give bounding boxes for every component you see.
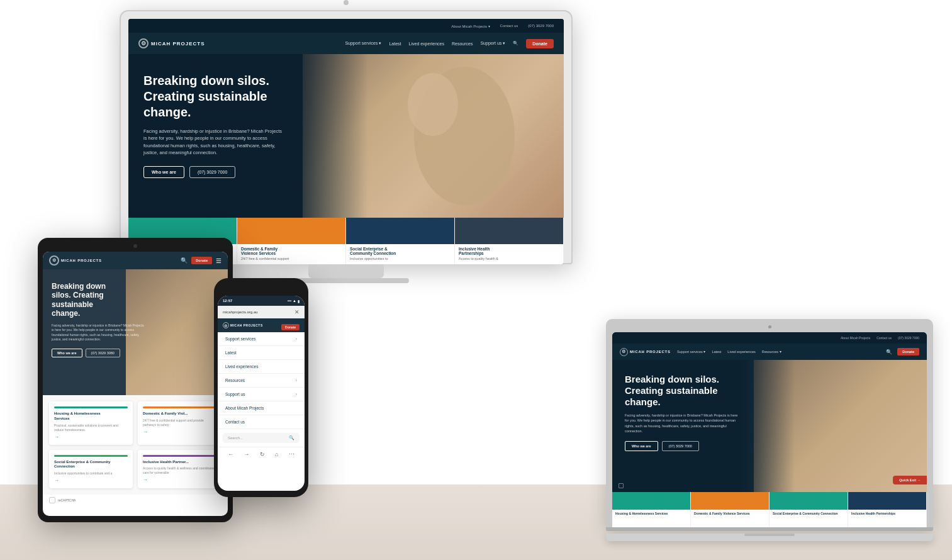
tablet-search-icon[interactable]: 🔍 <box>181 257 188 264</box>
phone-menu-label-6: Contact us <box>225 420 245 424</box>
laptop-recaptcha-box <box>619 483 624 488</box>
tablet-logo-text: MICAH PROJECTS <box>61 259 102 262</box>
monitor-hero-title: Breaking down silos.Creating sustainable… <box>143 73 353 120</box>
phone-time: 12:57 <box>223 299 232 303</box>
tablet-card-title-0: Housing & HomelessnessServices <box>54 412 128 422</box>
tablet-nav: ⚙ MICAH PROJECTS 🔍 Donate ☰ <box>43 252 228 269</box>
laptop-nav-lived[interactable]: Lived experiences <box>727 350 755 354</box>
laptop-nav-links: Support services ▾ Latest Lived experien… <box>677 350 781 354</box>
topbar-link-about[interactable]: About Micah Projects ▾ <box>451 24 490 28</box>
tablet-card-2[interactable]: Social Enterprise & Community Connection… <box>49 450 133 489</box>
laptop-service-3[interactable]: Inclusive Health Partnerships <box>848 492 927 527</box>
laptop-service-strip: Housing & Homelessness Services Domestic… <box>612 492 927 527</box>
laptop-camera <box>768 325 771 328</box>
laptop-quick-exit-button[interactable]: Quick Exit → <box>893 476 927 484</box>
phone-menu-label-5: About Micah Projects <box>225 406 264 410</box>
laptop-phone-btn[interactable]: (07) 3029 7000 <box>662 441 699 451</box>
topbar-link-phone[interactable]: (07) 3029 7000 <box>528 24 554 28</box>
tablet-card-bar-0 <box>54 406 128 408</box>
phone-menu-item-5[interactable]: About Micah Projects <box>218 401 305 415</box>
scene: About Micah Projects ▾ Contact us (07) 3… <box>0 0 952 560</box>
nav-support-us[interactable]: Support us ▾ <box>480 41 505 46</box>
phone-forward-btn[interactable]: → <box>244 451 249 457</box>
tablet-screen: ⚙ MICAH PROJECTS 🔍 Donate ☰ Breaking dow… <box>43 252 228 516</box>
laptop-hinge <box>606 527 933 531</box>
laptop-hero: Breaking down silos.Creating sustainable… <box>612 360 927 492</box>
monitor-card-1[interactable]: Domestic & FamilyViolence Services 24/7 … <box>237 218 346 264</box>
tablet-card-title-3: Inclusive Health Partner... <box>143 460 216 465</box>
nav-latest[interactable]: Latest <box>389 42 401 46</box>
tablet-card-link-0[interactable]: → <box>54 434 128 440</box>
phone-close-icon[interactable]: ✕ <box>294 309 300 315</box>
monitor-topbar: About Micah Projects ▾ Contact us (07) 3… <box>128 19 564 33</box>
tablet-card-0[interactable]: Housing & HomelessnessServices Practical… <box>49 401 133 445</box>
laptop-topbar-contact[interactable]: Contact us <box>876 336 892 340</box>
tablet-recaptcha: reCAPTCHA <box>43 495 228 506</box>
laptop-donate-button[interactable]: Donate <box>897 348 919 356</box>
tablet-card-link-3[interactable]: → <box>143 477 216 483</box>
phone-menu-item-6[interactable]: Contact us <box>218 415 305 429</box>
monitor-stand <box>308 264 384 278</box>
phone-menu-label-4: Support us <box>225 392 245 396</box>
phone-gear-icon: ⚙ <box>224 323 228 328</box>
tablet-who-we-are[interactable]: Who we are <box>52 349 82 357</box>
recaptcha-text: reCAPTCHA <box>58 498 76 502</box>
phone-search-icon[interactable]: 🔍 <box>289 435 294 440</box>
phone-home-btn[interactable]: ⌂ <box>275 451 278 457</box>
phone-menu-arrow-0: › <box>296 337 297 341</box>
laptop-service-0[interactable]: Housing & Homelessness Services <box>612 492 691 527</box>
phone-donate-button[interactable]: Donate <box>281 324 300 330</box>
laptop-service-2[interactable]: Social Enterprise & Community Connection <box>770 492 848 527</box>
tablet-donate-button[interactable]: Donate <box>191 257 212 264</box>
logo-circle: ⚙ <box>138 38 148 48</box>
laptop-service-body-1: Domestic & Family Violence Services <box>691 510 769 517</box>
nav-support[interactable]: Support services ▾ <box>345 41 381 46</box>
tablet-card-link-1[interactable]: → <box>143 429 216 435</box>
tablet-card-link-2[interactable]: → <box>54 478 128 483</box>
laptop-topbar-phone[interactable]: (07) 3029 7000 <box>898 336 919 340</box>
laptop-topbar-about[interactable]: About Micah Projects <box>841 336 870 340</box>
laptop-nav-right: 🔍 Donate <box>886 348 919 356</box>
phone-menu-item-3[interactable]: Resources › <box>218 374 305 388</box>
monitor-logo-text: MICAH PROJECTS <box>151 41 205 47</box>
tablet-frame: ⚙ MICAH PROJECTS 🔍 Donate ☰ Breaking dow… <box>38 238 233 522</box>
laptop-who-we-are[interactable]: Who we are <box>625 441 658 451</box>
phone-menu-item-0[interactable]: Support services › <box>218 332 305 346</box>
tablet-camera <box>133 244 137 248</box>
monitor-card-3[interactable]: Inclusive HealthPartnerships Access to q… <box>455 218 564 264</box>
nav-resources[interactable]: Resources <box>452 42 473 46</box>
phone-more-btn[interactable]: ⋯ <box>289 451 294 457</box>
laptop-nav-resources[interactable]: Resources ▾ <box>762 350 781 354</box>
laptop-recaptcha <box>619 483 624 488</box>
phone-menu-item-1[interactable]: Latest <box>218 346 305 360</box>
laptop-nav-support[interactable]: Support services ▾ <box>677 350 706 354</box>
phone-menu-item-4[interactable]: Support us › <box>218 388 305 401</box>
who-we-are-button[interactable]: Who we are <box>143 166 184 178</box>
tablet-phone-btn[interactable]: (07) 3029 3080 <box>86 349 120 357</box>
phone-refresh-btn[interactable]: ↻ <box>260 451 265 457</box>
tablet-card-title-2: Social Enterprise & Community Connection <box>54 460 128 470</box>
tablet-cards: Housing & HomelessnessServices Practical… <box>43 395 228 495</box>
nav-search-icon[interactable]: 🔍 <box>513 41 518 46</box>
tablet-card-3[interactable]: Inclusive Health Partner... Access to qu… <box>138 450 221 489</box>
monitor-donate-button[interactable]: Donate <box>526 39 554 48</box>
phone-menu-arrow-4: › <box>296 392 297 396</box>
laptop-service-1[interactable]: Domestic & Family Violence Services <box>691 492 770 527</box>
monitor-card-desc-2: Inclusive opportunities to <box>350 257 451 260</box>
tablet-card-1[interactable]: Domestic & Family Viol... 24/7 free & co… <box>138 401 221 445</box>
tablet-hero-buttons: Who we are (07) 3029 3080 <box>52 349 145 357</box>
monitor-hero-desc: Facing adversity, hardship or injustice … <box>143 128 282 156</box>
phone-menu-item-2[interactable]: Lived experiences <box>218 360 305 374</box>
nav-lived[interactable]: Lived experiences <box>409 42 444 46</box>
laptop-service-title-1: Domestic & Family Violence Services <box>694 512 766 515</box>
phone-button[interactable]: (07) 3029 7000 <box>189 166 235 178</box>
laptop-nav-latest[interactable]: Latest <box>712 350 721 354</box>
laptop-search-icon[interactable]: 🔍 <box>886 349 892 355</box>
laptop-service-body-0: Housing & Homelessness Services <box>612 510 690 517</box>
tablet-card-desc-1: 24/7 free & confidential support and pro… <box>143 418 216 427</box>
phone-frame: 12:57 ▪▪▪ ▲ ▮ micahprojects.org.au ✕ <box>214 278 308 497</box>
topbar-link-contact[interactable]: Contact us <box>500 24 518 28</box>
tablet-menu-icon[interactable]: ☰ <box>216 257 221 264</box>
monitor-card-2[interactable]: Social Enterprise &Community Connection … <box>346 218 455 264</box>
phone-back-btn[interactable]: ← <box>228 451 233 457</box>
